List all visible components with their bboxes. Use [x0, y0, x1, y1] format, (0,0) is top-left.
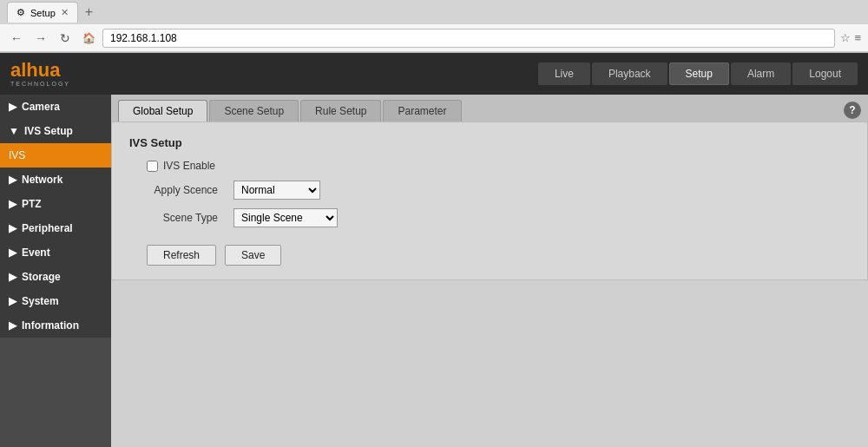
nav-alarm-button[interactable]: Alarm — [731, 62, 791, 85]
forward-button[interactable]: → — [31, 29, 50, 48]
storage-arrow-icon: ▶ — [9, 271, 16, 283]
scene-type-select[interactable]: Single Scene — [233, 208, 338, 227]
header-nav: Live Playback Setup Alarm Logout — [538, 62, 858, 85]
address-bar[interactable] — [102, 29, 835, 48]
back-button[interactable]: ← — [7, 29, 26, 48]
apply-scene-control: Normal — [233, 181, 320, 200]
sidebar-item-system[interactable]: ▶ System — [0, 289, 111, 313]
network-arrow-icon: ▶ — [9, 174, 16, 186]
apply-scene-label: Apply Scence — [129, 184, 225, 196]
tab-parameter[interactable]: Parameter — [383, 100, 461, 122]
button-row: Refresh Save — [147, 245, 850, 266]
tab-scene-setup[interactable]: Scene Setup — [209, 100, 299, 122]
tabs-bar: Global Setup Scene Setup Rule Setup Para… — [111, 95, 868, 122]
sidebar: ▶ Camera ▼ IVS Setup IVS ▶ Network ▶ PTZ… — [0, 95, 111, 447]
content-inner: Global Setup Scene Setup Rule Setup Para… — [111, 95, 868, 447]
home-button[interactable]: 🏠 — [80, 30, 97, 47]
sidebar-item-camera[interactable]: ▶ Camera — [0, 95, 111, 119]
logo-brand: alhua — [10, 61, 70, 80]
apply-scene-row: Apply Scence Normal — [129, 181, 850, 200]
form-area: IVS Setup IVS Enable Apply Scence Normal — [111, 122, 868, 280]
reload-button[interactable]: ↻ — [56, 29, 75, 48]
scene-type-row: Scene Type Single Scene — [129, 208, 850, 227]
tab-icon: ⚙ — [16, 7, 25, 18]
sidebar-item-ptz[interactable]: ▶ PTZ — [0, 192, 111, 216]
tab-close-icon[interactable]: ✕ — [61, 7, 69, 18]
logo-text: lhua — [21, 59, 60, 81]
sidebar-item-ivs[interactable]: IVS — [0, 143, 111, 168]
tabs: Global Setup Scene Setup Rule Setup Para… — [118, 100, 462, 122]
tab-global-setup[interactable]: Global Setup — [118, 100, 207, 122]
save-button[interactable]: Save — [225, 245, 281, 266]
main-area: ▶ Camera ▼ IVS Setup IVS ▶ Network ▶ PTZ… — [0, 95, 868, 447]
ivs-enable-row: IVS Enable — [147, 160, 850, 172]
sidebar-item-network[interactable]: ▶ Network — [0, 168, 111, 192]
ivs-enable-label: IVS Enable — [163, 160, 215, 172]
sidebar-item-peripheral[interactable]: ▶ Peripheral — [0, 216, 111, 240]
sidebar-item-ivs-setup[interactable]: ▼ IVS Setup — [0, 119, 111, 143]
nav-setup-button[interactable]: Setup — [669, 62, 729, 85]
star-icon[interactable]: ☆ — [840, 31, 851, 44]
logo: alhua TECHNOLOGY — [10, 61, 70, 87]
ptz-arrow-icon: ▶ — [9, 198, 16, 210]
content-area: Global Setup Scene Setup Rule Setup Para… — [111, 95, 868, 447]
ivs-setup-arrow-icon: ▼ — [9, 125, 19, 137]
browser-tab[interactable]: ⚙ Setup ✕ — [7, 2, 78, 23]
sidebar-item-event[interactable]: ▶ Event — [0, 240, 111, 265]
system-arrow-icon: ▶ — [9, 295, 16, 307]
nav-playback-button[interactable]: Playback — [592, 62, 667, 85]
sidebar-item-storage[interactable]: ▶ Storage — [0, 265, 111, 289]
browser-nav-icons: ☆ ≡ — [840, 31, 861, 44]
tab-title: Setup — [30, 8, 56, 18]
refresh-button[interactable]: Refresh — [147, 245, 216, 266]
sidebar-item-information[interactable]: ▶ Information — [0, 313, 111, 338]
new-tab-button[interactable]: + — [85, 4, 93, 20]
ivs-enable-checkbox[interactable] — [147, 161, 158, 172]
camera-arrow-icon: ▶ — [9, 101, 16, 113]
nav-live-button[interactable]: Live — [538, 62, 590, 85]
scene-type-label: Scene Type — [129, 212, 225, 224]
logo-tech: TECHNOLOGY — [10, 81, 70, 87]
information-arrow-icon: ▶ — [9, 319, 16, 332]
help-icon[interactable]: ? — [844, 102, 861, 119]
apply-scene-select[interactable]: Normal — [233, 181, 320, 200]
form-section-title: IVS Setup — [129, 136, 850, 149]
ivs-label: IVS — [9, 149, 25, 161]
nav-logout-button[interactable]: Logout — [792, 62, 858, 85]
event-arrow-icon: ▶ — [9, 247, 16, 259]
peripheral-arrow-icon: ▶ — [9, 222, 16, 234]
tab-rule-setup[interactable]: Rule Setup — [300, 100, 381, 122]
scene-type-control: Single Scene — [233, 208, 338, 227]
menu-icon[interactable]: ≡ — [854, 31, 861, 44]
app-header: alhua TECHNOLOGY Live Playback Setup Ala… — [0, 53, 868, 95]
